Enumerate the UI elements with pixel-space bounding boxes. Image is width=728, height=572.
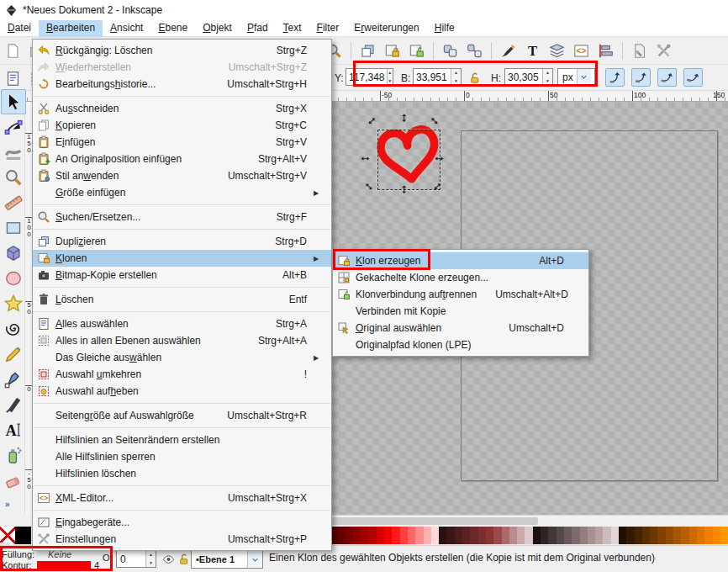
- group-button[interactable]: [439, 40, 462, 62]
- edit-menu-item-copy[interactable]: Kopieren Strg+C: [33, 117, 331, 134]
- opacity-value[interactable]: 0: [117, 551, 145, 567]
- clone-submenu-item-create-clone[interactable]: Klon erzeugen Alt+D: [333, 252, 588, 269]
- scale-handle-w[interactable]: ↔: [359, 151, 372, 162]
- palette-swatch[interactable]: [424, 527, 431, 544]
- unit-dropdown[interactable]: px: [557, 68, 595, 86]
- width-spinner[interactable]: ▲▼: [451, 69, 461, 85]
- clone-submenu-item-unlink-clone[interactable]: Klonverbindung auftrennen Umschalt+Alt+D: [333, 286, 588, 303]
- clone-submenu-item-select-original[interactable]: Original auswählen Umschalt+D: [333, 320, 588, 336]
- palette-swatch[interactable]: [595, 527, 603, 544]
- palette-swatch[interactable]: [548, 527, 556, 544]
- menubar-item-bearbeiten[interactable]: Bearbeiten: [39, 20, 103, 37]
- palette-swatch[interactable]: [462, 527, 470, 544]
- edit-menu-item-paste[interactable]: Einfügen Strg+V: [33, 134, 331, 151]
- width-value[interactable]: 33,951: [414, 69, 451, 85]
- edit-menu-item-cut[interactable]: Ausschneiden Strg+X: [33, 100, 331, 117]
- edit-menu-item-input-devices[interactable]: Eingabegeräte...: [33, 514, 331, 531]
- palette-swatch[interactable]: [681, 527, 688, 544]
- width-field[interactable]: 33,951 ▲▼: [413, 68, 462, 86]
- pencil-tool-button[interactable]: [1, 342, 26, 367]
- palette-swatch-none[interactable]: [0, 527, 16, 544]
- palette-swatch[interactable]: [392, 527, 399, 544]
- palette-swatch[interactable]: [493, 527, 501, 544]
- palette-swatch[interactable]: [368, 527, 376, 544]
- palette-swatch[interactable]: [635, 527, 642, 544]
- select-tool-button[interactable]: [1, 89, 26, 114]
- palette-swatch[interactable]: [384, 527, 392, 544]
- palette-swatch[interactable]: [455, 527, 462, 544]
- palette-swatch[interactable]: [346, 527, 353, 544]
- palette-swatch[interactable]: [611, 527, 619, 544]
- palette-swatch[interactable]: [588, 527, 595, 544]
- scale-handle-n[interactable]: ↕: [401, 111, 408, 123]
- scale-corners-toggle[interactable]: [631, 68, 651, 87]
- edit-menu-item-lock-all-guides[interactable]: Alle Hilfslinien sperren: [33, 448, 331, 465]
- edit-menu-item-clone[interactable]: Klonen ▶: [33, 250, 331, 267]
- palette-swatch[interactable]: [697, 527, 704, 544]
- palette-swatch[interactable]: [353, 527, 361, 544]
- edit-menu-item-deselect[interactable]: Auswahl aufheben: [33, 383, 331, 400]
- opacity-spinner[interactable]: ▲▼: [145, 551, 156, 567]
- text-dialog-button[interactable]: [521, 40, 544, 62]
- spiral-tool-button[interactable]: [1, 316, 26, 342]
- y-spinner[interactable]: ▲▼: [387, 69, 393, 85]
- layer-visibility-eye-icon[interactable]: [162, 553, 175, 565]
- palette-swatch[interactable]: [408, 527, 415, 544]
- scale-patterns-toggle[interactable]: [683, 68, 703, 87]
- palette-swatch[interactable]: [525, 527, 532, 544]
- tweak-tool-button[interactable]: [1, 140, 26, 165]
- palette-swatch[interactable]: [713, 527, 720, 544]
- text-tool-button[interactable]: [1, 417, 26, 442]
- palette-swatch[interactable]: [666, 527, 673, 544]
- edit-menu-item-edit-history[interactable]: Bearbeitungshistorie... Umschalt+Strg+H: [33, 76, 331, 93]
- edit-menu-item-redo[interactable]: Wiederherstellen Umschalt+Strg+Z: [33, 59, 331, 76]
- scale-stroke-toggle[interactable]: [605, 68, 625, 87]
- edit-menu-item-paste-size[interactable]: Größe einfügen ▶: [33, 184, 331, 201]
- calligraphy-tool-button[interactable]: [1, 392, 26, 417]
- unlink-clone-button[interactable]: [405, 40, 428, 62]
- menubar-item-ebene[interactable]: Ebene: [150, 20, 195, 37]
- edit-menu-item-guides-around-page[interactable]: Hilfslinien an Seitenrändern erstellen: [33, 432, 331, 448]
- stroke-width-value[interactable]: 4: [94, 560, 99, 570]
- box3d-tool-button[interactable]: [1, 241, 26, 266]
- layer-dropdown[interactable]: •Ebene 1: [191, 550, 263, 569]
- palette-swatch-black[interactable]: [15, 527, 31, 544]
- palette-swatch[interactable]: [486, 527, 493, 544]
- align-distribute-button[interactable]: [594, 40, 617, 62]
- menubar-item-text[interactable]: Text: [276, 20, 309, 37]
- edit-menu-item-preferences[interactable]: Einstellungen Umschalt+Strg+P: [33, 531, 331, 548]
- y-field[interactable]: 117,348 ▲▼: [346, 68, 393, 86]
- unit-chevron-icon[interactable]: [577, 69, 591, 85]
- edit-menu-item-select-all-layers[interactable]: Alles in allen Ebenen auswählen Strg+Alt…: [33, 332, 331, 349]
- palette-swatch[interactable]: [470, 527, 477, 544]
- scale-gradients-toggle[interactable]: [657, 68, 677, 87]
- palette-swatch[interactable]: [502, 527, 509, 544]
- palette-swatch[interactable]: [361, 527, 368, 544]
- palette-swatch[interactable]: [439, 527, 446, 544]
- menubar-item-datei[interactable]: Datei: [0, 20, 39, 37]
- select-all-button[interactable]: [2, 67, 24, 90]
- palette-swatch[interactable]: [572, 527, 579, 544]
- layers-dialog-button[interactable]: [546, 40, 568, 62]
- edit-menu-item-delete-all-guides[interactable]: Hilfslinien löschen: [33, 465, 331, 482]
- measure-tool-button[interactable]: [1, 190, 26, 215]
- clone-submenu-item-clone-original-path[interactable]: Originalpfad klonen (LPE): [333, 336, 588, 353]
- menubar-item-hilfe[interactable]: Hilfe: [427, 20, 462, 37]
- layer-lock-icon[interactable]: [177, 553, 190, 565]
- palette-swatch[interactable]: [580, 527, 588, 544]
- ellipse-tool-button[interactable]: [1, 266, 26, 291]
- menubar-item-ansicht[interactable]: Ansicht: [103, 20, 150, 37]
- palette-swatch[interactable]: [517, 527, 525, 544]
- preferences-button[interactable]: [652, 40, 675, 62]
- new-document-button[interactable]: [2, 40, 24, 62]
- palette-swatch[interactable]: [564, 527, 572, 544]
- edit-menu-item-duplicate[interactable]: Duplizieren Strg+D: [33, 233, 331, 250]
- palette-swatch[interactable]: [415, 527, 423, 544]
- palette-swatch[interactable]: [619, 527, 626, 544]
- opacity-field[interactable]: 0 ▲▼: [116, 550, 156, 568]
- edit-menu-item-select-all[interactable]: Alles auswählen Strg+A: [33, 315, 331, 332]
- height-field[interactable]: 30,305 ▲▼: [504, 68, 553, 86]
- layer-chevron-icon[interactable]: [247, 551, 262, 568]
- palette-swatch[interactable]: [673, 527, 681, 544]
- palette-swatch[interactable]: [533, 527, 541, 544]
